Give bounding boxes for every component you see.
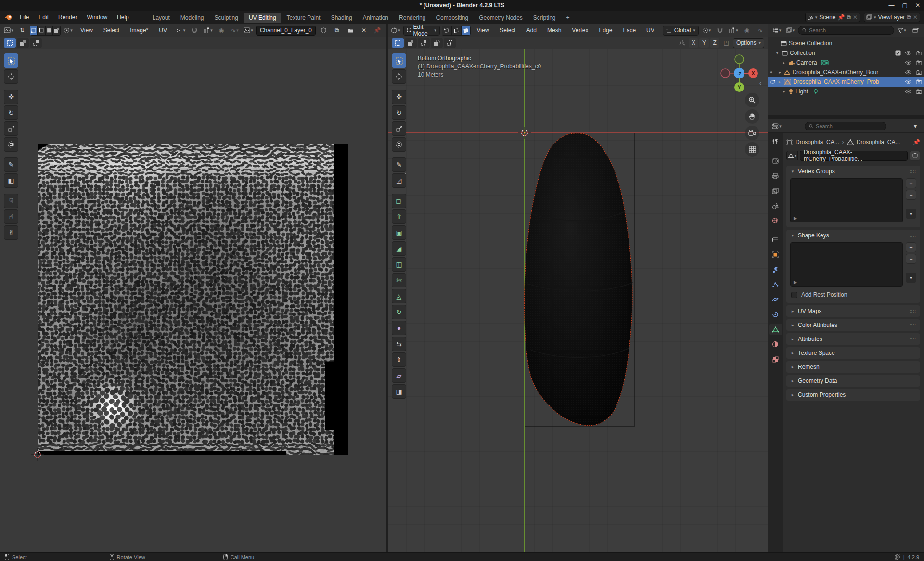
uv-proportional-editing-toggle[interactable]: ◉ [216, 26, 227, 35]
vp-tool-knife[interactable]: ✄ [392, 273, 406, 287]
tab-world[interactable] [769, 215, 782, 226]
tab-tool[interactable] [769, 136, 782, 147]
options-dropdown[interactable]: Options ▾ [733, 38, 764, 48]
select-mode-face-button[interactable] [461, 26, 471, 36]
workspace-tab-animation[interactable]: Animation [358, 13, 393, 23]
list-expand-arrow[interactable]: ▶ [794, 280, 797, 285]
collection-expand-arrow[interactable]: ▾ [775, 51, 780, 55]
vp-boxselect-mode-intersect[interactable] [444, 38, 456, 48]
uv-select-edge-button[interactable] [38, 26, 45, 36]
uv-proportional-falloff-dropdown[interactable]: ∿▾ [229, 26, 241, 35]
vp-tool-edge-slide[interactable]: ⇆ [392, 337, 406, 351]
new-collection-button[interactable] [910, 26, 921, 35]
tab-constraints[interactable] [769, 309, 782, 320]
vp-tool-shear[interactable]: ▱ [392, 368, 406, 383]
vp-tool-cursor[interactable] [392, 69, 406, 84]
workspace-tab-modeling[interactable]: Modeling [176, 13, 209, 23]
uv-tool-annotate[interactable]: ✎ [4, 157, 18, 172]
workspace-tab-scripting[interactable]: Scripting [528, 13, 561, 23]
vp-menu-add[interactable]: Add [522, 26, 541, 35]
menu-help[interactable]: Help [113, 13, 133, 22]
disable-render-camera-icon[interactable] [916, 51, 922, 55]
embryo-mesh-object[interactable] [517, 125, 642, 433]
tab-modifiers[interactable] [769, 264, 782, 275]
outliner-row-collection[interactable]: ▾ Collection [768, 48, 924, 58]
gizmo-axis-neg-x[interactable] [721, 69, 730, 78]
uv-snap-toggle[interactable] [189, 26, 200, 35]
blender-logo-icon[interactable] [4, 14, 13, 21]
vp-tool-loop-cut[interactable]: ◫ [392, 257, 406, 272]
outliner-properties-splitter[interactable] [768, 115, 924, 119]
camera-view-button[interactable] [745, 126, 759, 140]
uv-boxselect-mode-set[interactable] [4, 38, 16, 48]
vp-tool-tweak[interactable] [392, 53, 406, 68]
pin-icon[interactable]: 📌 [837, 14, 845, 21]
uv-pin-image-toggle[interactable]: 📌 [372, 26, 383, 35]
vp-tool-scale[interactable] [392, 121, 406, 136]
menu-render[interactable]: Render [54, 13, 81, 22]
menu-file[interactable]: File [15, 13, 33, 22]
datablock-browse-button[interactable]: ▾ [786, 151, 798, 160]
image-fake-user-toggle[interactable] [318, 26, 329, 35]
select-mode-edge-button[interactable] [451, 26, 461, 36]
shape-key-add-button[interactable]: ＋ [906, 242, 916, 252]
new-viewlayer-icon[interactable]: ⧉ [907, 14, 911, 21]
uv-sticky-selection-dropdown[interactable]: ▾ [63, 26, 74, 35]
vp-snap-toggle[interactable] [714, 26, 726, 35]
panel-grip[interactable]: :::: [910, 392, 916, 397]
uv-maps-panel[interactable]: ▸UV Maps:::: [786, 305, 920, 317]
vp-menu-vertex[interactable]: Vertex [567, 26, 592, 35]
panel-grip[interactable]: :::: [910, 233, 916, 238]
vp-menu-face[interactable]: Face [618, 26, 640, 35]
properties-search-input[interactable] [816, 123, 882, 129]
uv-tool-transform[interactable] [4, 137, 18, 152]
workspace-tab-rendering[interactable]: Rendering [394, 13, 430, 23]
panel-grip[interactable]: :::: [910, 378, 916, 383]
tab-material[interactable] [769, 339, 782, 350]
viewport-editor-type-button[interactable]: ▾ [390, 26, 401, 35]
transform-orientation-dropdown[interactable]: Global ▾ [663, 26, 699, 36]
vp-tool-rotate[interactable]: ↻ [392, 105, 406, 120]
uv-editor-canvas[interactable]: ✜ ↻ ✎ ◧ ☟ ☝ ✌ [0, 49, 386, 552]
menu-edit[interactable]: Edit [34, 13, 53, 22]
vp-tool-transform[interactable] [392, 137, 406, 152]
vp-proportional-editing-toggle[interactable]: ◉ [741, 26, 753, 35]
vp-boxselect-mode-extend[interactable] [405, 38, 417, 48]
properties-search[interactable] [805, 122, 886, 130]
maximize-button[interactable]: ▢ [902, 2, 908, 9]
tab-particles[interactable] [769, 279, 782, 290]
panel-grip[interactable]: :::: [910, 309, 916, 313]
camera-expand-arrow[interactable]: ▸ [782, 60, 786, 65]
network-offline-icon[interactable] [894, 554, 900, 560]
vp-tool-measure[interactable]: ◿ [392, 173, 406, 188]
vp-tool-move[interactable]: ✜ [392, 90, 406, 104]
vp-tool-poly-build[interactable]: ◬ [392, 289, 406, 303]
navigation-gizmo[interactable]: X Y -Z [719, 53, 759, 93]
vp-proportional-falloff-dropdown[interactable]: ∿ [755, 26, 766, 35]
uv-tool-rotate[interactable]: ↻ [4, 105, 18, 120]
list-resize-grip[interactable]: :::: [847, 280, 853, 285]
disable-render-camera-icon[interactable] [916, 79, 922, 84]
uv-image-browse-button[interactable]: ▾ [243, 26, 254, 35]
uv-pivot-point-dropdown[interactable]: ▾ [175, 26, 187, 35]
uv-menu-uv[interactable]: UV [154, 26, 171, 35]
mode-dropdown[interactable]: Edit Mode ▾ [403, 26, 440, 36]
custom-properties-panel[interactable]: ▸Custom Properties:::: [786, 389, 920, 401]
vp-tool-rip-region[interactable]: ◨ [392, 384, 406, 399]
add-rest-position-checkbox[interactable] [791, 292, 797, 298]
outliner-row-light[interactable]: ▸ Light [768, 87, 924, 96]
vertex-group-remove-button[interactable]: − [906, 190, 916, 200]
vp-snap-with-dropdown[interactable]: ▾ [728, 26, 739, 35]
properties-editor-type-button[interactable]: ▾ [771, 121, 783, 131]
viewport-canvas[interactable]: Bottom Orthographic (1) Drosophila_CAAX-… [388, 49, 768, 552]
vp-boxselect-mode-difference[interactable] [431, 38, 443, 48]
uv-tool-tweak[interactable] [4, 53, 18, 68]
symmetry-x-toggle[interactable]: X [689, 38, 698, 48]
hide-viewport-eye-icon[interactable] [905, 51, 912, 55]
tab-object-data-active[interactable] [769, 324, 782, 335]
vp-menu-select[interactable]: Select [495, 26, 520, 35]
menu-window[interactable]: Window [82, 13, 112, 22]
vp-boxselect-mode-subtract[interactable] [418, 38, 430, 48]
uv-menu-view[interactable]: View [76, 26, 97, 35]
workspace-tab-uv-editing[interactable]: UV Editing [244, 13, 281, 23]
